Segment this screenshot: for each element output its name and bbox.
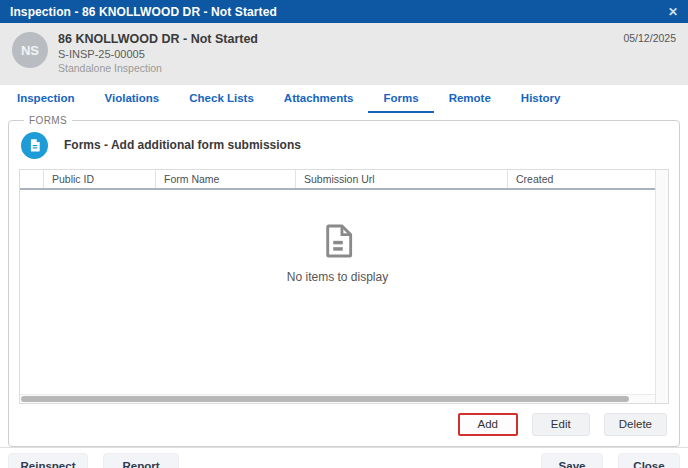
horizontal-scrollbar[interactable] <box>20 394 655 403</box>
tab-remote[interactable]: Remote <box>434 85 506 113</box>
empty-message: No items to display <box>287 270 388 284</box>
forms-table-main: Public ID Form Name Submission Url Creat… <box>20 170 655 403</box>
tab-forms[interactable]: Forms <box>368 85 433 113</box>
forms-document-icon <box>21 132 48 159</box>
horizontal-scrollbar-thumb[interactable] <box>21 396 629 402</box>
tab-attachments[interactable]: Attachments <box>269 85 369 113</box>
dialog-title: Inspection - 86 KNOLLWOOD DR - Not Start… <box>10 5 277 19</box>
forms-panel-header: Forms - Add additional form submissions <box>21 132 667 159</box>
close-icon[interactable]: ✕ <box>668 6 678 18</box>
dialog-titlebar: Inspection - 86 KNOLLWOOD DR - Not Start… <box>0 0 688 23</box>
record-header: NS 86 KNOLLWOOD DR - Not Started S-INSP-… <box>0 23 688 85</box>
record-title: 86 KNOLLWOOD DR - Not Started <box>58 31 623 47</box>
forms-table-body: No items to display <box>20 190 655 394</box>
forms-legend: FORMS <box>24 115 72 126</box>
record-date: 05/12/2025 <box>623 31 676 44</box>
add-button[interactable]: Add <box>458 413 518 436</box>
delete-button[interactable]: Delete <box>604 413 667 436</box>
tab-history[interactable]: History <box>506 85 576 113</box>
forms-table-actions: Add Edit Delete <box>19 413 667 436</box>
close-button[interactable]: Close <box>618 453 680 468</box>
dialog-footer: Reinspect Report Save Close <box>0 447 688 468</box>
column-header-created[interactable]: Created <box>508 170 655 188</box>
column-header-select <box>20 170 44 188</box>
reinspect-button[interactable]: Reinspect <box>8 453 88 468</box>
forms-panel-title: Forms - Add additional form submissions <box>64 138 301 152</box>
column-header-submission-url[interactable]: Submission Url <box>296 170 508 188</box>
column-header-public-id[interactable]: Public ID <box>44 170 156 188</box>
column-header-form-name[interactable]: Form Name <box>156 170 296 188</box>
tab-check-lists[interactable]: Check Lists <box>174 85 269 113</box>
avatar: NS <box>12 32 48 68</box>
edit-button[interactable]: Edit <box>532 413 590 436</box>
document-outline-icon <box>319 222 357 260</box>
save-button[interactable]: Save <box>541 453 603 468</box>
empty-state: No items to display <box>20 222 655 284</box>
tab-violations[interactable]: Violations <box>90 85 175 113</box>
record-type: Standalone Inspection <box>58 62 623 76</box>
report-button[interactable]: Report <box>103 453 179 468</box>
forms-table-header: Public ID Form Name Submission Url Creat… <box>20 170 655 190</box>
tab-inspection[interactable]: Inspection <box>2 85 90 113</box>
forms-fieldset: FORMS Forms - Add additional form submis… <box>8 115 680 447</box>
forms-table: Public ID Form Name Submission Url Creat… <box>19 169 669 404</box>
vertical-scrollbar[interactable] <box>655 170 668 403</box>
tab-bar: Inspection Violations Check Lists Attach… <box>0 85 688 113</box>
record-id: S-INSP-25-00005 <box>58 47 623 62</box>
inspection-dialog: Inspection - 86 KNOLLWOOD DR - Not Start… <box>0 0 688 468</box>
record-meta: 86 KNOLLWOOD DR - Not Started S-INSP-25-… <box>58 31 623 76</box>
